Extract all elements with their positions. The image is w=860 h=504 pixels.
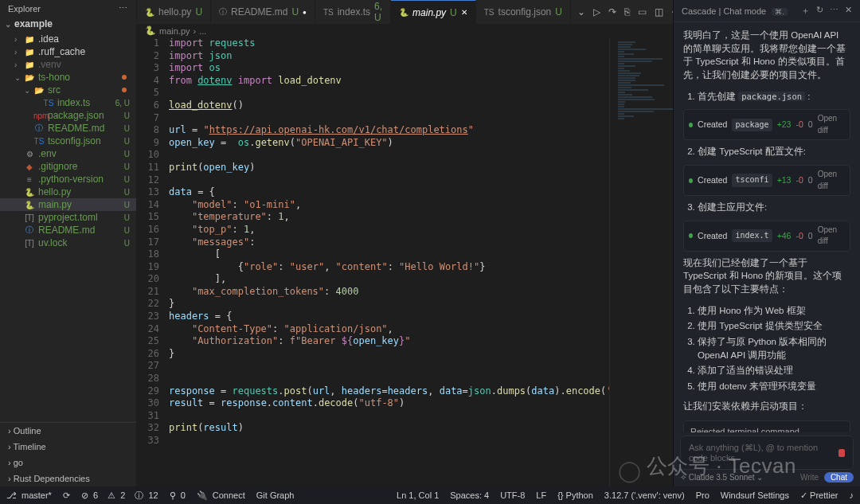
status-spaces[interactable]: Spaces: 4 [450,490,489,500]
status-pyver[interactable]: 3.12.7 ('.venv': venv) [604,490,685,500]
code-editor[interactable]: 1234567891011121314151617181920212223242… [137,37,673,486]
status-eol[interactable]: LF [536,490,546,500]
code-line[interactable]: load_dotenv() [169,100,609,112]
tab-action-2[interactable]: ↷ [608,6,616,18]
tab-READMEmd[interactable]: ⓘREADME.mdU● [211,0,315,24]
tree-item-indexts[interactable]: TSindex.ts6, U [0,96,136,109]
code-line[interactable]: result = response.content.decode("utf-8"… [169,397,609,410]
tree-item-uvlock[interactable]: [T]uv.lockU [0,236,136,249]
code-line[interactable] [169,360,609,373]
minimap[interactable] [609,37,673,486]
tree-item-pythonversion[interactable]: ≡.python-versionU [0,173,136,186]
code-line[interactable]: "temperature": 1, [169,211,609,224]
code-line[interactable]: "top_p": 1, [169,224,609,236]
code-lines[interactable]: import requestsimport jsonimport osfrom … [169,37,609,486]
code-line[interactable]: from dotenv import load_dotenv [169,75,609,88]
tab-action-5[interactable]: ◫ [655,6,663,18]
code-line[interactable]: print(open_key) [169,162,609,174]
code-line[interactable]: "max_completion_tokens": 4000 [169,286,609,299]
problems[interactable]: ⊘ 6 ⚠ 2 ⓘ 12 [81,490,158,502]
diff-card-3[interactable]: Created index.t +46 -0 0 Open diff [683,221,850,252]
tree-item-mainpy[interactable]: 🐍main.pyU [0,198,136,211]
code-line[interactable]: "Authorization": f"Bearer ${open_key}" [169,335,609,348]
code-line[interactable]: "model": "o1-mini", [169,199,609,212]
code-line[interactable] [169,435,609,447]
tree-item-tsconfigjson[interactable]: TStsconfig.jsonU [0,135,136,147]
code-line[interactable]: url = "https://api.openai-hk.com/v1/chat… [169,124,609,137]
more-icon[interactable]: ⋯ [830,5,838,17]
tree-item-idea[interactable]: ›📁.idea [0,33,136,45]
code-line[interactable]: open_key = os.getenv("OPENAI_API_KEY") [169,137,609,150]
code-line[interactable] [169,174,609,187]
code-line[interactable]: import requests [169,37,609,50]
tab-mainpy[interactable]: 🐍main.pyU✕ [391,0,476,24]
code-line[interactable]: "Content-Type": "application/json", [169,323,609,336]
open-diff-button[interactable]: Open diff [818,113,845,136]
status-lang[interactable]: {} Python [557,490,593,500]
sync-icon[interactable]: ⟳ [63,490,70,501]
code-line[interactable]: "messages": [169,236,609,249]
history-icon[interactable]: ↻ [816,5,823,17]
code-line[interactable]: } [169,348,609,361]
tree-item-tshono[interactable]: ⌄📂ts-hono [0,71,136,84]
bell-icon[interactable]: ♪ [850,490,854,500]
tree-item-gitignore[interactable]: ◆.gitignoreU [0,160,136,173]
status-pro[interactable]: Pro [696,490,710,500]
code-line[interactable]: } [169,298,609,311]
tree-item-pyprojecttoml[interactable]: [T]pyproject.tomlU [0,211,136,224]
tree-item-venv[interactable]: ›📁.venv [0,58,136,71]
code-line[interactable]: import os [169,62,609,75]
code-line[interactable] [169,149,609,162]
sidebar-section-timeline[interactable]: › Timeline [0,439,136,455]
code-line[interactable]: import json [169,50,609,63]
status-windsurf[interactable]: Windsurf Settings [721,490,789,500]
code-line[interactable]: print(result) [169,422,609,435]
code-line[interactable] [169,112,609,125]
plus-icon[interactable]: ＋ [801,5,810,17]
diff-card-2[interactable]: Created tsconfi +13 -0 0 Open diff [683,165,850,196]
tree-item-READMEmd[interactable]: ⓘREADME.mdU [0,122,136,135]
code-line[interactable] [169,410,609,423]
code-line[interactable] [169,87,609,100]
open-diff-button[interactable]: Open diff [818,225,845,248]
code-line[interactable]: data = { [169,186,609,199]
tab-close-icon[interactable]: ✕ [461,8,467,17]
sidebar-section-rust-dependencies[interactable]: › Rust Dependencies [0,471,136,486]
cascade-input[interactable]: Ask anything (⌘L), @ to mention code blo… [680,436,854,470]
explorer-more-icon[interactable]: ⋯ [119,3,128,14]
stop-icon[interactable] [838,449,845,457]
tab-action-4[interactable]: ▭ [638,6,647,18]
git-branch[interactable]: ⎇ master* [6,490,52,501]
sidebar-section-go[interactable]: › go [0,455,136,471]
tab-indexts[interactable]: TSindex.ts6, U [315,0,391,24]
chat-mode-button[interactable]: Chat [824,472,854,483]
remote-connect[interactable]: 🔌 Connect [197,490,245,501]
radio-tower-icon[interactable]: ⚲ 0 [170,490,186,501]
model-selector[interactable]: Claude 3.5 Sonnet [689,473,755,482]
status-encoding[interactable]: UTF-8 [500,490,525,500]
tree-item-src[interactable]: ⌄📂src [0,84,136,96]
sidebar-section-outline[interactable]: › Outline [0,423,136,439]
tree-item-packagejson[interactable]: npmpackage.jsonU [0,109,136,122]
open-diff-button[interactable]: Open diff [818,169,845,192]
tree-item-READMEmd[interactable]: ⓘREADME.mdU [0,224,136,236]
tab-hellopy[interactable]: 🐍hello.pyU [137,0,211,24]
breadcrumb[interactable]: 🐍 main.py › ... [137,24,673,37]
code-line[interactable]: [ [169,248,609,261]
code-line[interactable]: {"role": "user", "content": "Hello World… [169,261,609,274]
diff-card-1[interactable]: Created package +23 -0 0 Open diff [683,109,850,140]
tab-action-1[interactable]: ▷ [593,6,600,18]
code-line[interactable]: ], [169,273,609,286]
status-prettier[interactable]: ✓ Prettier [800,490,838,501]
tab-action-0[interactable]: ⌄ [577,6,585,18]
code-line[interactable]: headers = { [169,311,609,323]
git-graph[interactable]: Git Graph [256,490,295,500]
tab-tsconfigjson[interactable]: TStsconfig.jsonU [476,0,571,24]
close-icon[interactable]: ✕ [845,5,852,17]
tree-item-ruff_cache[interactable]: ›📁.ruff_cache [0,45,136,58]
explorer-root[interactable]: ⌄ example [0,17,136,31]
status-lncol[interactable]: Ln 1, Col 1 [397,490,439,500]
tree-item-env[interactable]: ⚙.envU [0,147,136,160]
code-line[interactable]: response = requests.post(url, headers=he… [169,385,609,398]
tree-item-hellopy[interactable]: 🐍hello.pyU [0,186,136,198]
